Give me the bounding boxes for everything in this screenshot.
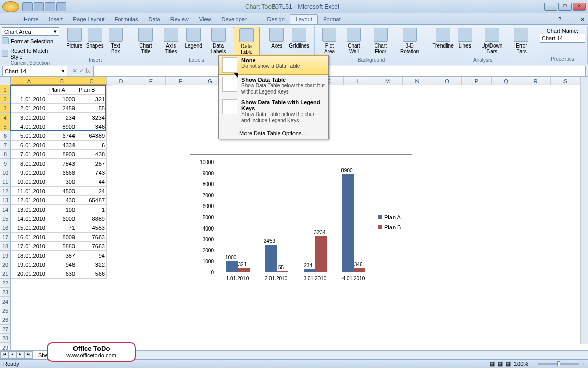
column-header[interactable]: C	[77, 77, 107, 85]
shapes-button[interactable]: Shapes	[85, 27, 105, 50]
row-header[interactable]: 11	[0, 177, 11, 187]
cell[interactable]: 64389	[77, 131, 107, 141]
cell[interactable]: 10.01.2010	[11, 177, 47, 187]
plot-area-button[interactable]: Plot Area	[318, 27, 341, 55]
cell[interactable]: 6	[77, 141, 107, 150]
close-button[interactable]: ✕	[573, 3, 586, 11]
column-header[interactable]: Q	[492, 77, 521, 85]
cell[interactable]: 19.01.2010	[11, 260, 47, 269]
tab-format[interactable]: Format	[318, 15, 346, 24]
cell[interactable]: 13.01.2010	[11, 205, 47, 214]
cell[interactable]: 630	[47, 269, 77, 279]
reset-style-button[interactable]: Reset to Match Style	[2, 47, 59, 60]
window-minimize-icon[interactable]: _	[566, 16, 569, 23]
axes-button[interactable]: Axes	[266, 27, 287, 50]
cell[interactable]: 1.01.2010	[11, 95, 47, 104]
row-header[interactable]: 8	[0, 150, 11, 159]
formula-input[interactable]	[93, 66, 586, 76]
column-header[interactable]: O	[432, 77, 462, 85]
cell[interactable]: 5880	[47, 242, 77, 251]
3d-rotation-button[interactable]: 3-D Rotation	[395, 27, 425, 55]
cell[interactable]: 55	[77, 104, 107, 113]
row-header[interactable]: 28	[0, 334, 11, 343]
sheet-next-button[interactable]: ▸	[16, 351, 24, 359]
row-header[interactable]: 6	[0, 131, 11, 141]
office-button[interactable]	[2, 1, 19, 12]
legend-button[interactable]: Legend	[183, 27, 204, 50]
cell[interactable]: 322	[77, 260, 107, 269]
cell[interactable]: 71	[47, 223, 77, 233]
row-header[interactable]: 16	[0, 223, 11, 233]
sheet-last-button[interactable]: ▸|	[24, 351, 33, 359]
cell[interactable]: 1000	[47, 95, 77, 104]
cell[interactable]: 8900	[47, 122, 77, 131]
row-header[interactable]: 7	[0, 141, 11, 150]
redo-icon[interactable]	[45, 2, 55, 11]
zoom-out-button[interactable]: −	[531, 361, 534, 367]
fx-icon[interactable]: fx	[86, 67, 90, 74]
row-header[interactable]: 22	[0, 279, 11, 288]
cell[interactable]: 100	[47, 205, 77, 214]
column-header[interactable]: M	[373, 77, 403, 85]
embedded-chart[interactable]: 0100020003000400050006000700080009000100…	[190, 154, 412, 290]
zoom-slider[interactable]	[538, 363, 579, 365]
row-header[interactable]: 4	[0, 113, 11, 122]
row-header[interactable]: 27	[0, 325, 11, 334]
cell[interactable]: 287	[77, 159, 107, 168]
enter-icon[interactable]: ✓	[79, 67, 84, 74]
cell[interactable]: 387	[47, 251, 77, 260]
cell[interactable]: 4.01.2010	[11, 122, 47, 131]
row-header[interactable]: 25	[0, 306, 11, 315]
cell[interactable]: 4500	[47, 187, 77, 196]
cell[interactable]: 946	[47, 260, 77, 269]
cell[interactable]: 7.01.2010	[11, 150, 47, 159]
cell[interactable]: 6000	[47, 214, 77, 223]
cell[interactable]: 4553	[77, 223, 107, 233]
cell[interactable]: 44	[77, 177, 107, 187]
cell[interactable]: 2459	[47, 104, 77, 113]
cell[interactable]: Plan A	[47, 85, 77, 95]
chart-legend[interactable]: Plan A Plan B	[375, 159, 408, 286]
cell[interactable]: 2.01.2010	[11, 104, 47, 113]
view-normal-icon[interactable]: ▦	[489, 361, 495, 367]
column-header[interactable]: D	[107, 77, 136, 85]
zoom-percent[interactable]: 100%	[514, 361, 528, 367]
row-header[interactable]: 17	[0, 233, 11, 242]
cell[interactable]: 8.01.2010	[11, 159, 47, 168]
row-header[interactable]: 12	[0, 187, 11, 196]
view-break-icon[interactable]: ▦	[506, 361, 511, 367]
cell[interactable]: 24	[77, 187, 107, 196]
text-box-button[interactable]: Text Box	[105, 27, 127, 55]
row-header[interactable]: 20	[0, 260, 11, 269]
format-selection-button[interactable]: Format Selection	[2, 37, 59, 46]
cell[interactable]: 14.01.2010	[11, 214, 47, 223]
cell[interactable]: 300	[47, 177, 77, 187]
column-header[interactable]: L	[344, 77, 373, 85]
chart-element-selector[interactable]: Chart Area▾	[2, 27, 59, 36]
column-header[interactable]: E	[136, 77, 166, 85]
undo-icon[interactable]	[34, 2, 44, 11]
cell[interactable]: 17.01.2010	[11, 242, 47, 251]
column-header[interactable]: B	[47, 77, 77, 85]
chart-name-input[interactable]	[540, 34, 585, 43]
cell[interactable]: 6744	[47, 131, 77, 141]
cell[interactable]: 6666	[47, 168, 77, 177]
tab-page-layout[interactable]: Page Layout	[68, 15, 110, 24]
tab-developer[interactable]: Developer	[216, 15, 252, 24]
tab-formulas[interactable]: Formulas	[110, 15, 143, 24]
gridlines-button[interactable]: Gridlines	[287, 27, 311, 50]
cell[interactable]: 7663	[77, 242, 107, 251]
cell[interactable]: 430	[47, 196, 77, 205]
window-close-icon[interactable]: ✕	[580, 16, 585, 23]
view-layout-icon[interactable]: ▦	[498, 361, 503, 367]
row-header[interactable]: 5	[0, 122, 11, 131]
error-bars-button[interactable]: Error Bars	[509, 27, 534, 55]
trendline-button[interactable]: Trendline	[431, 27, 454, 50]
zoom-in-button[interactable]: +	[582, 361, 585, 367]
sheet-first-button[interactable]: |◂	[0, 351, 8, 359]
minimize-button[interactable]: _	[544, 3, 557, 11]
cell[interactable]: 321	[77, 95, 107, 104]
data-labels-button[interactable]: Data Labels	[204, 27, 233, 55]
row-header[interactable]: 15	[0, 214, 11, 223]
chart-floor-button[interactable]: Chart Floor	[367, 27, 395, 55]
